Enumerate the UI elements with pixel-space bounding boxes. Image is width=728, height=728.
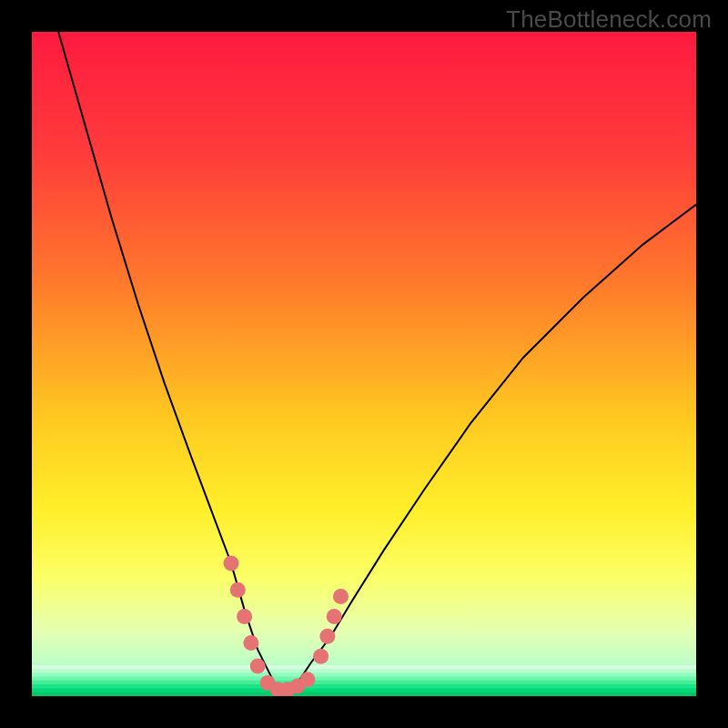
chart-svg xyxy=(32,32,696,696)
green-strip xyxy=(32,665,696,696)
plot-area xyxy=(32,32,696,696)
svg-point-18 xyxy=(313,649,329,664)
svg-rect-5 xyxy=(32,684,696,688)
svg-point-19 xyxy=(319,629,335,644)
svg-point-11 xyxy=(243,635,258,651)
svg-point-20 xyxy=(327,609,342,624)
svg-rect-4 xyxy=(32,681,696,684)
svg-rect-3 xyxy=(32,677,696,681)
svg-point-17 xyxy=(299,672,315,687)
svg-rect-0 xyxy=(32,665,696,669)
watermark-text: TheBottleneck.com xyxy=(506,5,712,34)
svg-point-12 xyxy=(250,659,266,674)
svg-rect-7 xyxy=(32,692,696,695)
svg-rect-1 xyxy=(32,669,696,672)
svg-point-21 xyxy=(333,589,349,604)
gradient-background xyxy=(32,32,696,696)
svg-point-8 xyxy=(224,556,239,571)
svg-rect-2 xyxy=(32,672,696,676)
svg-point-10 xyxy=(237,609,252,624)
svg-rect-6 xyxy=(32,688,696,692)
svg-point-9 xyxy=(230,582,246,598)
